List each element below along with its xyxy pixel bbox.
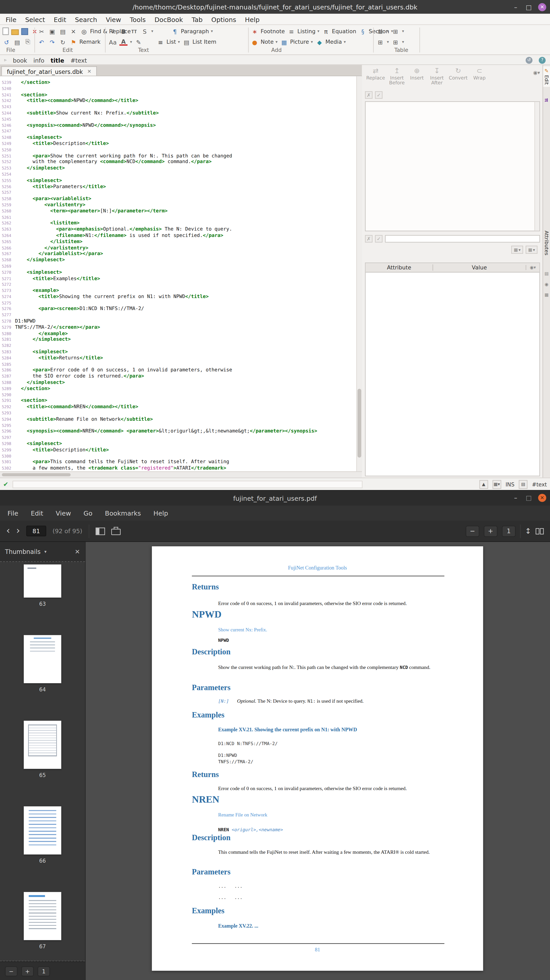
convert-button[interactable]: ↻Convert [448,66,469,90]
menu-tools[interactable]: Tools [126,15,150,23]
pdf-maximize-button[interactable]: □ [525,494,533,501]
media-button[interactable]: ◆ Media ▾ [315,38,346,46]
save-icon[interactable] [21,28,28,35]
note-button[interactable]: ● Note ▾ [251,38,278,46]
pdf-print-icon[interactable] [111,529,121,535]
sidebar-zoom-out-button[interactable]: − [5,966,17,976]
thumbnail-list[interactable]: 6364656667 [0,562,85,961]
repeat-icon[interactable]: ↻ [59,38,67,46]
minimize-button[interactable]: – [512,3,519,10]
list-button[interactable]: ≡ List ▾ [156,38,180,46]
breadcrumb-item-text-node[interactable]: #text [70,56,87,64]
confirm-edit-icon[interactable]: ✓ [375,91,382,99]
paragraph-button[interactable]: ¶ Paragraph ▾ [171,27,213,35]
sidebar-mode-caret-icon[interactable]: ▾ [44,549,46,554]
node-choice-list[interactable] [365,101,540,231]
revert-icon[interactable]: ↺ [3,38,11,46]
table-column-caret-icon[interactable]: ▾ [402,29,404,34]
page-number-input[interactable] [26,526,46,536]
sidebar-zoom-in-button[interactable]: + [21,966,34,976]
menu-docbook[interactable]: DocBook [150,15,188,23]
maximize-button[interactable]: □ [525,3,533,10]
insert-table-icon[interactable]: ⊞ [376,27,385,35]
editor-titlebar[interactable]: /home/thomc/Desktop/fujinet-manuals/fuji… [0,0,550,14]
help-icon[interactable]: ? [539,56,546,64]
bold-icon[interactable]: B [119,27,127,35]
vertical-scroll-thumb[interactable] [358,389,361,458]
cancel-edit-icon[interactable]: ✗ [365,91,372,99]
insert-table-caret-icon[interactable]: ▾ [387,29,389,34]
attribute-column-header[interactable]: Attribute [366,264,433,270]
document-tab[interactable]: fujinet_for_atari_users.dbk ✕ [1,66,97,76]
dual-page-icon[interactable] [536,528,544,534]
print-icon[interactable]: ⎘ [24,38,32,46]
zoom-in-button[interactable]: + [484,525,498,536]
insert-button[interactable]: ⊕Insert [408,66,426,90]
thumbnail-item[interactable]: 63 [0,565,85,607]
tab-edit[interactable]: ✎ Edit [543,66,550,86]
pdf-menu-edit[interactable]: Edit [25,509,49,517]
attributes-table[interactable]: Attribute Value ◉▾ [365,262,540,476]
menu-view[interactable]: View [102,15,126,23]
confirm-attribute-icon[interactable]: ✓ [375,235,382,242]
pdf-menu-go[interactable]: Go [77,509,99,517]
zoom-out-button[interactable]: − [466,525,480,536]
table-cell-icon[interactable]: ⊞ [391,38,400,46]
cancel-attribute-icon[interactable]: ✗ [365,235,372,242]
thumbnail-item[interactable]: 67 [0,892,85,950]
grid-icon[interactable]: ▦ [543,293,550,298]
menu-help[interactable]: Help [240,15,264,23]
sidebar-mode-select[interactable]: Thumbnails [5,548,41,555]
breadcrumb-expander-icon[interactable]: ▹ [4,57,6,63]
xml-source-editor[interactable]: 5239 </section>5240 5241 <section>5242 <… [0,76,362,471]
edit-style-icon[interactable]: ✎ [134,38,143,46]
sidebar-toggle-icon[interactable] [95,527,105,535]
list-item-button[interactable]: ▤ List Item [183,38,216,46]
value-picker-icon[interactable]: ▦▾ [526,246,537,254]
table-cell-caret-icon[interactable]: ▾ [402,39,404,45]
italic-icon[interactable]: I [109,27,117,35]
previous-page-icon[interactable]: ‹ [6,526,10,536]
thumbnail-item[interactable]: 64 [0,635,85,693]
clipboard-icon[interactable]: ▤ [543,271,550,276]
scroll-top-icon[interactable]: ▲ [479,480,488,488]
breadcrumb-item-book[interactable]: book [13,56,27,64]
copy-icon[interactable]: ▣ [48,27,56,35]
pdf-titlebar[interactable]: fujinet_for_atari_users.pdf – □ ✕ [0,491,550,506]
table-row-icon[interactable]: ⊞ [376,38,385,46]
close-button[interactable]: ✕ [538,3,547,11]
picture-button[interactable]: ▦ Picture ▾ [280,38,313,46]
redo-icon[interactable]: ↷ [48,38,56,46]
menu-select[interactable]: Select [21,15,49,23]
breadcrumb-item-title[interactable]: title [51,56,64,64]
text-style-caret-icon[interactable]: ▾ [151,29,153,34]
undo-icon[interactable]: ↶ [38,38,46,46]
tab-attributes[interactable]: Attributes [543,229,550,257]
panel-options-icon[interactable]: ◉▾ [533,70,540,76]
cut-icon[interactable]: ✂ [38,27,46,35]
menu-options[interactable]: Options [207,15,240,23]
listing-button[interactable]: ≡ Listing ▾ [287,27,319,35]
wrap-button[interactable]: ⊂Wrap [470,66,489,90]
thumbnail-item[interactable]: 66 [0,807,85,864]
monospace-icon[interactable]: TT [130,27,138,35]
sidebar-zoom-reset-button[interactable]: 1 [38,966,50,976]
equation-button[interactable]: π Equation [322,27,356,35]
table-column-icon[interactable]: ⊞ [391,27,400,35]
tab-close-icon[interactable]: ✕ [87,68,91,74]
fit-page-icon[interactable]: ↕ [525,527,531,535]
editor-vertical-scrollbar[interactable] [356,76,362,471]
font-color-icon[interactable]: A [119,38,127,46]
font-color-caret-icon[interactable]: ▾ [130,39,132,45]
remark-button[interactable]: ⚑ Remark [69,38,100,46]
document-properties-icon[interactable]: ▤ [13,38,21,46]
pdf-page-view[interactable]: FujiNet Configuration Tools Returns Erro… [86,542,550,980]
breadcrumb-item-info[interactable]: info [33,56,45,64]
menu-search[interactable]: Search [70,15,102,23]
footnote-button[interactable]: ∗ Footnote [251,27,285,35]
font-size-icon[interactable]: Aa [109,38,117,46]
replace-button[interactable]: ⇄Replace [365,66,386,90]
lock-icon[interactable]: ◉ [543,282,550,287]
insert-before-button[interactable]: ↥InsertBefore [388,66,406,90]
sidebar-close-icon[interactable]: ✕ [75,548,80,555]
